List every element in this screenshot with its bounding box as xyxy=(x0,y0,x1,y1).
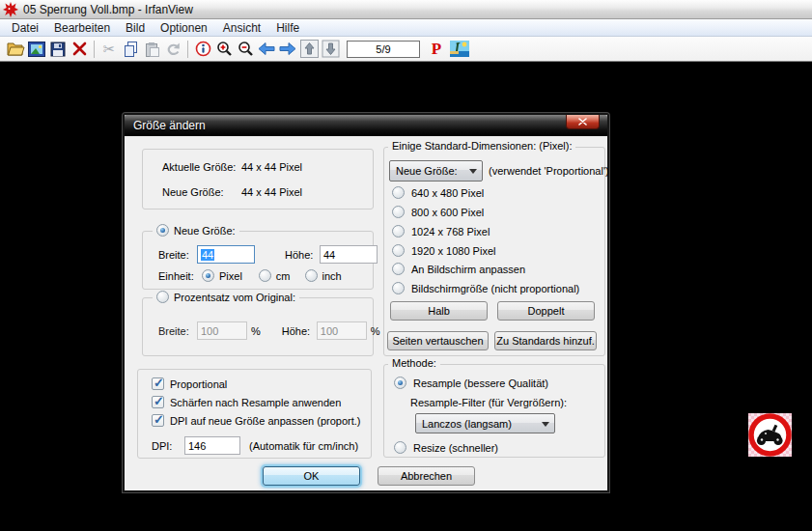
screen-size-radio[interactable] xyxy=(392,282,405,294)
dialog-titlebar[interactable]: Größe ändern xyxy=(125,115,607,136)
sharpen-row[interactable]: Schärfen nach Resample anwenden xyxy=(152,396,341,408)
half-button[interactable]: Halb xyxy=(390,301,488,321)
print-p-icon[interactable]: P xyxy=(426,39,447,60)
new-size-radio[interactable] xyxy=(156,224,169,237)
swap-sides-button[interactable]: Seiten vertauschen xyxy=(387,331,489,350)
ok-button[interactable]: OK xyxy=(263,466,360,486)
open-folder-icon[interactable] xyxy=(5,39,26,60)
sharpen-label[interactable]: Schärfen nach Resample anwenden xyxy=(170,397,341,408)
resample-row[interactable]: Resample (bessere Qualität) xyxy=(394,377,548,389)
standard-dims-groupbox: Einige Standard-Dimensionen: (Pixel): Ne… xyxy=(383,147,605,356)
unit-pixel-label[interactable]: Pixel xyxy=(219,270,242,282)
proportional-row[interactable]: Proportional xyxy=(152,377,227,390)
previous-image-icon[interactable] xyxy=(256,39,277,60)
last-image-icon[interactable] xyxy=(320,39,341,60)
sharpen-checkbox[interactable] xyxy=(152,396,164,408)
dpi-adjust-label[interactable]: DPI auf neue Größe anpassen (proport.) xyxy=(170,415,361,427)
percent-width-input[interactable]: 100 xyxy=(197,321,247,340)
standard-dims-dropdown[interactable]: Neue Größe: xyxy=(389,160,483,182)
dim-640x480-row[interactable]: 640 x 480 Pixel xyxy=(392,186,484,199)
menu-bearbeiten[interactable]: Bearbeiten xyxy=(46,20,118,36)
percent-height-input[interactable]: 100 xyxy=(317,321,367,340)
proportional-label[interactable]: Proportional xyxy=(170,378,227,390)
dim-1920x1080-row[interactable]: 1920 x 1080 Pixel xyxy=(392,244,495,257)
double-button[interactable]: Doppelt xyxy=(497,301,595,321)
dim-1024x768-row[interactable]: 1024 x 768 Pixel xyxy=(392,225,490,238)
dim-640x480-radio[interactable] xyxy=(392,186,405,199)
current-size-label: Aktuelle Größe: xyxy=(162,161,241,173)
window-titlebar[interactable]: 05 Sperrung Voll.bmp - IrfanView xyxy=(0,0,812,19)
cancel-button[interactable]: Abbrechen xyxy=(378,466,475,486)
menu-ansicht[interactable]: Ansicht xyxy=(215,20,268,36)
options-groupbox: Proportional Schärfen nach Resample anwe… xyxy=(137,369,372,459)
method-label: Methode: xyxy=(388,357,440,369)
standard-dims-dropdown-value: Neue Größe: xyxy=(396,165,458,177)
dim-800x600-row[interactable]: 800 x 600 Pixel xyxy=(392,206,484,218)
screen-size-label[interactable]: Bildschirmgröße (nicht proportional) xyxy=(411,283,579,294)
fit-screen-label[interactable]: An Bildschirm anpassen xyxy=(411,264,525,275)
dialog-close-button[interactable] xyxy=(566,115,600,129)
next-image-icon[interactable] xyxy=(277,39,298,60)
resize-label[interactable]: Resize (schneller) xyxy=(413,442,498,454)
menu-hilfe[interactable]: Hilfe xyxy=(268,20,307,36)
slideshow-icon[interactable] xyxy=(449,39,470,60)
new-size-radio-row[interactable]: Neue Größe: xyxy=(153,224,239,237)
cut-icon[interactable]: ✂ xyxy=(98,39,120,60)
percent-radio[interactable] xyxy=(156,291,169,303)
proportional-checkbox[interactable] xyxy=(152,377,164,390)
dpi-adjust-row[interactable]: DPI auf neue Größe anpassen (proport.) xyxy=(152,414,361,427)
dim-1024x768-label[interactable]: 1024 x 768 Pixel xyxy=(411,226,490,238)
unit-pixel-radio[interactable] xyxy=(202,269,214,282)
screen-size-row[interactable]: Bildschirmgröße (nicht proportional) xyxy=(392,282,579,294)
unit-cm-radio[interactable] xyxy=(259,269,271,282)
method-groupbox: Methode: Resample (bessere Qualität) Res… xyxy=(383,364,605,458)
undo-icon[interactable] xyxy=(162,39,183,60)
menu-optionen[interactable]: Optionen xyxy=(153,20,215,36)
fit-screen-radio[interactable] xyxy=(392,263,405,275)
add-to-standards-button[interactable]: Zu Standards hinzuf. xyxy=(494,331,597,350)
resize-row[interactable]: Resize (schneller) xyxy=(394,441,498,454)
chevron-down-icon xyxy=(542,422,549,427)
new-size-value: 44 x 44 Pixel xyxy=(241,186,302,198)
height-value: 44 xyxy=(323,249,335,261)
current-size-value: 44 x 44 Pixel xyxy=(241,161,302,173)
dim-1024x768-radio[interactable] xyxy=(392,225,405,238)
toolbar: ✂ xyxy=(0,37,812,62)
dim-1920x1080-radio[interactable] xyxy=(392,244,405,257)
resample-label[interactable]: Resample (bessere Qualität) xyxy=(413,377,548,389)
resample-filter-dropdown[interactable]: Lanczos (langsam) xyxy=(415,413,555,433)
percent-height-label: Höhe: xyxy=(282,325,317,337)
percent-radio-row[interactable]: Prozentsatz vom Original: xyxy=(153,291,299,303)
new-size-groupbox: Neue Größe: Breite: 44 Höhe: 44 Einheit:… xyxy=(142,231,374,290)
height-input[interactable]: 44 xyxy=(320,245,378,264)
unit-inch-label[interactable]: inch xyxy=(322,270,342,282)
menu-bild[interactable]: Bild xyxy=(118,20,153,36)
dpi-input[interactable]: 146 xyxy=(184,436,240,455)
standard-dims-label: Einige Standard-Dimensionen: (Pixel): xyxy=(388,140,575,152)
save-icon[interactable] xyxy=(47,39,69,60)
menu-datei[interactable]: Datei xyxy=(4,20,46,36)
unit-cm-label[interactable]: cm xyxy=(276,270,291,282)
dim-640x480-label[interactable]: 640 x 480 Pixel xyxy=(411,187,484,199)
zoom-in-icon[interactable] xyxy=(213,39,235,60)
thumbnails-icon[interactable] xyxy=(26,39,47,60)
zoom-out-icon[interactable] xyxy=(235,39,256,60)
dim-800x600-label[interactable]: 800 x 600 Pixel xyxy=(411,207,484,218)
dpi-adjust-checkbox[interactable] xyxy=(152,414,164,427)
unit-inch-radio[interactable] xyxy=(305,269,318,282)
menubar: Datei Bearbeiten Bild Optionen Ansicht H… xyxy=(0,19,812,37)
copy-icon[interactable] xyxy=(120,39,141,60)
resize-dialog: Größe ändern Aktuelle Größe: 44 x 44 Pix… xyxy=(123,113,609,492)
delete-icon[interactable] xyxy=(69,39,90,60)
dpi-label: DPI: xyxy=(152,440,184,452)
first-image-icon[interactable] xyxy=(298,39,320,60)
resample-radio[interactable] xyxy=(394,377,406,389)
dim-1920x1080-label[interactable]: 1920 x 1080 Pixel xyxy=(411,245,495,257)
dim-800x600-radio[interactable] xyxy=(392,206,405,218)
paste-icon[interactable] xyxy=(141,39,162,60)
width-input[interactable]: 44 xyxy=(197,245,255,264)
resize-radio[interactable] xyxy=(394,441,406,454)
fit-screen-row[interactable]: An Bildschirm anpassen xyxy=(392,263,525,275)
page-indicator-input[interactable] xyxy=(347,41,420,58)
info-icon[interactable] xyxy=(192,39,213,60)
